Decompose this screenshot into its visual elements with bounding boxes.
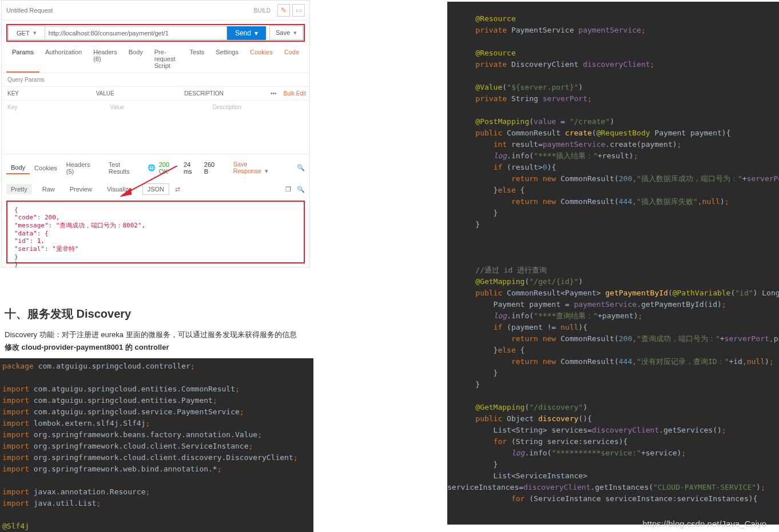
params-row[interactable]: Key Value Description [2,101,309,114]
postman-panel: Untitled Request BUILD ✎ ▭ GET http://lo… [1,0,310,267]
response-tabs: Body Cookies Headers (5) Test Results 🌐 … [2,154,309,181]
tab-params[interactable]: Params [6,45,39,73]
json-response: { "code": 200, "message": "查询成功，端口号为：800… [6,201,305,263]
copy-icon[interactable]: ❐ [285,186,291,193]
heading-discovery: 十、服务发现 Discovery [5,306,304,322]
col-desc: DESCRIPTION [178,87,267,100]
tab-authorization[interactable]: Authorization [39,45,88,73]
tab-prereq[interactable]: Pre-request Script [149,45,184,73]
postman-titlebar: Untitled Request BUILD ✎ ▭ [2,1,309,21]
url-input[interactable]: http://localhost:80/consumer/payment/get… [45,26,227,40]
tab-headers[interactable]: Headers (8) [88,45,123,73]
para-1: Discovery 功能：对于注册进 eureka 里面的微服务，可以通过服务发… [5,330,304,340]
query-params-label: Query Params [2,73,309,86]
edit-icon[interactable]: ✎ [277,4,290,17]
status-time: 24 ms [184,161,201,175]
search2-icon[interactable]: 🔍 [297,186,305,193]
link-code[interactable]: Code [279,45,305,73]
tab-body[interactable]: Body [123,45,149,73]
placeholder-value[interactable]: Value [104,101,206,114]
para-2: 修改 cloud-provider-payment8001 的 controll… [5,342,304,353]
resp-tests[interactable]: Test Results [104,159,148,177]
request-tabs: Params Authorization Headers (8) Body Pr… [2,45,309,73]
send-button[interactable]: Send [227,26,266,40]
watermark: https://blog.csdn.net/Java_Caiyo [642,519,766,529]
view-tabs: Pretty Raw Preview Visualize JSON ⇄ ❐ 🔍 [2,181,309,197]
view-pretty[interactable]: Pretty [6,184,32,194]
status-ok: 200 OK [159,161,180,175]
placeholder-key[interactable]: Key [2,101,104,114]
params-header: KEY VALUE DESCRIPTION ••• Bulk Edit [2,86,309,101]
view-raw[interactable]: Raw [38,184,59,194]
method-select[interactable]: GET [8,26,45,40]
code-right: @Resource private PaymentService payment… [447,2,779,525]
save-button[interactable]: Save [269,26,303,40]
request-title: Untitled Request [6,7,254,14]
url-row: GET http://localhost:80/consumer/payment… [6,24,305,42]
view-json[interactable]: JSON [142,183,169,195]
dots-icon[interactable]: ••• [267,87,280,100]
status-size: 260 B [204,161,221,175]
tab-settings[interactable]: Settings [210,45,244,73]
resp-body[interactable]: Body [6,162,30,174]
search-icon[interactable]: 🔍 [297,164,305,171]
article: 十、服务发现 Discovery Discovery 功能：对于注册进 eure… [0,290,309,358]
wrap-icon[interactable]: ⇄ [175,186,180,193]
view-preview[interactable]: Preview [65,184,97,194]
resp-cookies[interactable]: Cookies [30,162,62,174]
build-label: BUILD [254,7,271,14]
tab-tests[interactable]: Tests [184,45,210,73]
comment-icon[interactable]: ▭ [292,4,305,17]
save-response[interactable]: Save Response [228,158,290,178]
col-key: KEY [2,87,90,100]
bulk-edit[interactable]: Bulk Edit [280,87,309,100]
col-value: VALUE [90,87,179,100]
resp-headers[interactable]: Headers (5) [62,159,104,177]
code-left: package com.atguigu.springcloud.controll… [0,358,313,532]
view-visualize[interactable]: Visualize [102,184,137,194]
placeholder-desc[interactable]: Description [207,101,309,114]
link-cookies[interactable]: Cookies [244,45,279,73]
globe-icon: 🌐 [148,164,156,171]
